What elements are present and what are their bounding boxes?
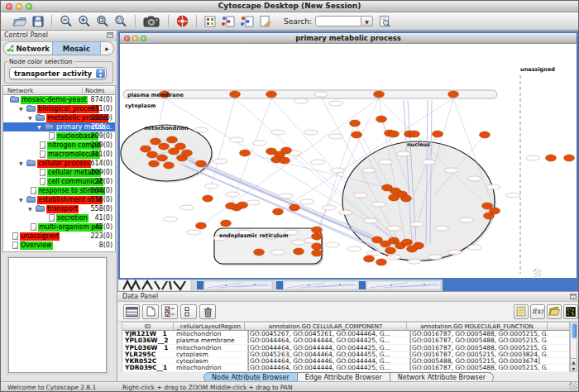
table-cell[interactable]: [GO:0044464, GO:0044444, GO:0044425, G..… xyxy=(245,345,407,351)
tree-row[interactable]: ▼establishment of lo558(0) xyxy=(3,195,115,204)
table-cell[interactable]: [GO:0016787, GO:0005215, GO:0003824, G..… xyxy=(407,351,548,357)
table-cell[interactable]: [GO:0005488, GO:0005215, GO:0003674] xyxy=(407,358,548,364)
new-attribute-button[interactable] xyxy=(142,304,159,319)
tree-row[interactable]: ▼primary metabo209(... xyxy=(3,122,115,131)
zoom-selected-button[interactable] xyxy=(114,14,127,29)
tree-row[interactable]: multi-organism pro42(0) xyxy=(3,222,115,232)
annotate-button[interactable] xyxy=(259,14,271,29)
column-header[interactable]: annotation.GO MOLECULAR_FUNCTION xyxy=(407,323,548,330)
frame-resize-grip[interactable] xyxy=(534,269,542,277)
unselect-all-attributes-button[interactable] xyxy=(180,304,197,319)
float-panel-icon[interactable] xyxy=(570,294,577,299)
table-cell[interactable]: mitochondrion xyxy=(174,331,245,337)
tab-overflow-button[interactable]: ▶ xyxy=(101,42,113,55)
table-cell[interactable]: [GO:0016787, GO:0005488, GO:0005215, G..… xyxy=(407,345,548,351)
import-network-button[interactable] xyxy=(240,14,254,29)
tree-column-nodes[interactable]: Nodes xyxy=(85,86,104,95)
table-cell[interactable]: plasma membrane xyxy=(174,337,245,343)
formula-builder-button[interactable]: f(x) xyxy=(530,304,545,319)
search-input[interactable] xyxy=(315,16,361,26)
table-cell[interactable]: mitochondrion xyxy=(174,345,245,351)
tree-row[interactable]: response to stimulu264(0) xyxy=(3,186,115,195)
zoom-out-button[interactable] xyxy=(60,14,73,29)
table-row[interactable]: YKR052Ccytoplasm[GO:0044464, GO:0044446,… xyxy=(122,358,569,365)
table-cell[interactable]: cytoplasm xyxy=(174,358,245,364)
table-cell[interactable]: cytoplasm xyxy=(174,351,245,357)
column-header[interactable]: annotation.GO CELLULAR_COMPONENT xyxy=(245,323,407,330)
configure-search-button[interactable] xyxy=(379,14,390,29)
tab-mosaic[interactable]: Mosaic xyxy=(53,42,102,55)
network-window[interactable]: primary metabolic process plasma membran… xyxy=(118,31,578,280)
maximize-button[interactable] xyxy=(26,3,32,10)
tree-row[interactable]: ▼metabolic process280(0) xyxy=(3,113,115,122)
expand-arrow-icon[interactable]: ▼ xyxy=(19,195,26,204)
select-attributes-button[interactable] xyxy=(123,304,140,319)
table-cell[interactable]: YPL036W__1 xyxy=(122,345,174,351)
birdseye-view[interactable] xyxy=(8,257,107,373)
open-file-button[interactable] xyxy=(12,14,27,29)
table-cell[interactable]: YDR039C__1 xyxy=(122,365,174,370)
expand-arrow-icon[interactable]: ▼ xyxy=(19,104,26,113)
tree-row[interactable]: macromolecule311(0) xyxy=(3,150,115,159)
table-cell[interactable]: [GO:0045263, GO:0044464, GO:0044455, G..… xyxy=(245,351,407,357)
tree-row[interactable]: secretion41(0) xyxy=(3,213,115,222)
network-window-titlebar[interactable]: primary metabolic process xyxy=(120,33,577,44)
tree-row[interactable]: nucleobase-209(0) xyxy=(3,131,115,141)
close-button[interactable] xyxy=(6,3,12,10)
float-panel-icon[interactable] xyxy=(107,32,113,38)
table-row[interactable]: YDR039C__1mitochondrion[GO:0044464, GO:0… xyxy=(122,365,569,371)
table-cell[interactable]: [GO:0044464, GO:0044444, GO:0044425, G..… xyxy=(245,365,407,370)
table-row[interactable]: YPL036W__2plasma membrane[GO:0044464, GO… xyxy=(122,337,569,344)
scrollbar-thumb[interactable] xyxy=(572,323,577,338)
tree-row[interactable]: mosaic-demo-yeast874(0) xyxy=(3,95,115,104)
tree-row[interactable]: nitrogen compo209(0) xyxy=(3,141,115,150)
window-resize-grip[interactable] xyxy=(569,382,577,390)
vizmapper-button[interactable] xyxy=(204,14,216,29)
delete-attribute-button[interactable] xyxy=(199,304,216,319)
expand-arrow-icon[interactable]: ▼ xyxy=(28,113,36,122)
tab-network[interactable]: Network xyxy=(4,42,53,55)
select-all-attributes-button[interactable] xyxy=(161,304,178,319)
frame-close-button[interactable] xyxy=(124,36,130,41)
minimized-windows-strip[interactable] xyxy=(118,280,578,291)
snapshot-button[interactable] xyxy=(143,14,160,29)
expand-arrow-icon[interactable]: ▼ xyxy=(37,122,45,131)
minimize-button[interactable] xyxy=(16,3,22,10)
table-cell[interactable]: YKR052C xyxy=(122,358,174,364)
table-row[interactable]: YJR121W__1mitochondrion[GO:0045267, GO:0… xyxy=(122,331,569,337)
scroll-down-button[interactable]: ▼ xyxy=(571,365,577,371)
tree-row[interactable]: ▼transport558(0) xyxy=(3,204,115,213)
frame-maximize-button[interactable] xyxy=(141,36,146,41)
table-cell[interactable]: YPL036W__2 xyxy=(122,337,174,343)
expand-arrow-icon[interactable]: ▼ xyxy=(19,159,26,168)
attribute-editor-button[interactable] xyxy=(514,304,529,319)
table-cell[interactable]: [GO:0045267, GO:0045261, GO:0044464, G..… xyxy=(245,331,407,337)
matrix-view-button[interactable] xyxy=(563,304,578,319)
network-canvas[interactable]: plasma membranecytoplasmmitochondrionnuc… xyxy=(120,44,577,278)
import-attributes-button[interactable] xyxy=(547,304,562,319)
tree-row[interactable]: Overview8(0) xyxy=(3,241,115,250)
search-dropdown-button[interactable]: ▼ xyxy=(361,16,373,26)
tree-row[interactable]: unassigned223(0) xyxy=(3,232,115,241)
column-header[interactable]: ID xyxy=(122,323,174,330)
tree-row[interactable]: ▼biological_process651(0) xyxy=(3,104,115,113)
table-cell[interactable]: mitochondrion xyxy=(174,365,245,370)
table-row[interactable]: YPL036W__1mitochondrion[GO:0044464, GO:0… xyxy=(122,345,569,351)
create-network-button[interactable] xyxy=(221,14,235,29)
tree-row[interactable]: cell communicat22(0) xyxy=(3,177,115,186)
column-header[interactable]: _cellularLayoutRegion xyxy=(174,323,245,330)
table-cell[interactable]: YLR295C xyxy=(122,351,174,357)
zoom-fit-button[interactable] xyxy=(96,14,109,29)
frame-minimize-button[interactable] xyxy=(132,36,138,41)
table-cell[interactable]: [GO:0044464, GO:0044446, GO:0044444, G..… xyxy=(245,358,407,364)
zoom-in-button[interactable] xyxy=(78,14,91,29)
table-scrollbar[interactable]: ▲ ▼ xyxy=(570,322,577,372)
node-color-select[interactable]: transporter activity ▲▼ xyxy=(9,67,107,79)
tree-column-network[interactable]: Network xyxy=(7,86,33,95)
expand-arrow-icon[interactable]: ▼ xyxy=(28,204,36,213)
save-session-button[interactable] xyxy=(32,14,44,29)
tree-row[interactable]: cellular metabo209(0) xyxy=(3,168,115,177)
table-row[interactable]: YLR295Ccytoplasm[GO:0045263, GO:0044464,… xyxy=(122,351,569,358)
table-cell[interactable]: [GO:0044464, GO:0044444, GO:0044425, G..… xyxy=(245,337,407,343)
table-cell[interactable]: [GO:0016787, GO:0005488, GO:0005215, G..… xyxy=(407,365,548,370)
